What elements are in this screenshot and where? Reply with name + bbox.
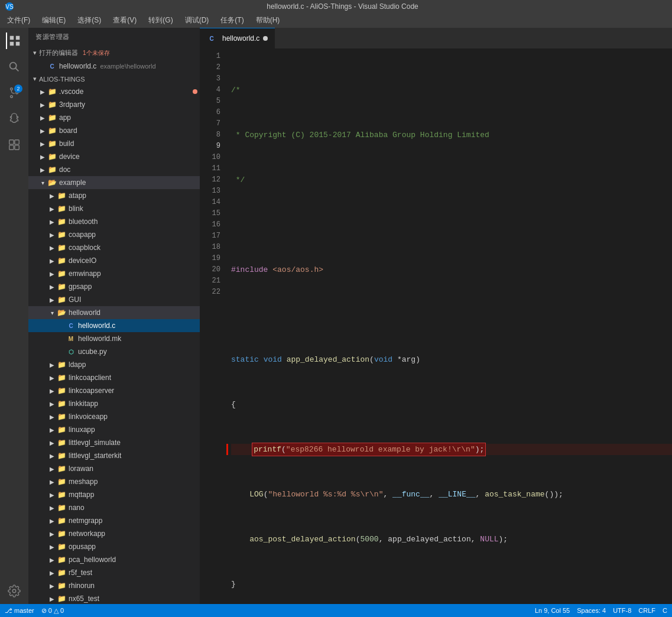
folder-name: build	[59, 139, 74, 148]
svg-rect-6	[9, 145, 14, 150]
code-line-10: LOG("helloworld %s:%d %s\r\n", __func__,…	[231, 489, 672, 500]
folder-name: deviceIO	[69, 256, 96, 265]
folder-icon: 📁	[57, 464, 66, 473]
folder-icon: 📁	[57, 269, 66, 278]
file-helloworld-c[interactable]: C helloworld.c	[28, 319, 200, 332]
sidebar-content[interactable]: ▾ 打开的编辑器 1个未保存 C helloworld.c example\he…	[28, 46, 200, 604]
folder-arrow: ▶	[47, 271, 57, 277]
folder-pca-helloworld[interactable]: ▶ 📁 pca_helloworld	[28, 553, 200, 566]
folder-vscode[interactable]: ▶ 📁 .vscode	[28, 85, 200, 98]
folder-name: helloworld	[69, 308, 100, 317]
folder-nano[interactable]: ▶ 📁 nano	[28, 501, 200, 514]
folder-name: blink	[69, 204, 83, 213]
unsaved-badge: 1个未保存	[83, 49, 110, 57]
status-position[interactable]: Ln 9, Col 55	[535, 607, 570, 614]
folder-arrow: ▶	[38, 141, 47, 147]
folder-name: example	[59, 178, 86, 187]
folder-device[interactable]: ▶ 📁 device	[28, 150, 200, 163]
folder-nx65-test[interactable]: ▶ 📁 nx65_test	[28, 592, 200, 604]
folder-rhinorun[interactable]: ▶ 📁 rhinorun	[28, 579, 200, 592]
folder-arrow: ▶	[47, 414, 57, 420]
code-editor[interactable]: 1 2 3 4 5 6 7 8 9 10 11 12 13 14 15 16 1…	[200, 48, 672, 604]
folder-mqttapp[interactable]: ▶ 📁 mqttapp	[28, 488, 200, 501]
menu-view[interactable]: 查看(V)	[108, 14, 141, 27]
folder-atapp[interactable]: ▶ 📁 atapp	[28, 189, 200, 202]
folder-linkkitapp[interactable]: ▶ 📁 linkkitapp	[28, 397, 200, 410]
file-name: ucube.py	[78, 348, 107, 356]
status-errors[interactable]: ⊘ 0 △ 0	[41, 607, 64, 615]
folder-3rdparty[interactable]: ▶ 📁 3rdparty	[28, 98, 200, 111]
folder-arrow: ▶	[47, 596, 57, 602]
folder-doc[interactable]: ▶ 📁 doc	[28, 163, 200, 176]
folder-app[interactable]: ▶ 📁 app	[28, 111, 200, 124]
folder-coapapp[interactable]: ▶ 📁 coapapp	[28, 228, 200, 241]
code-line-6	[231, 309, 672, 320]
folder-icon: 📁	[57, 386, 66, 395]
folder-icon: 📁	[57, 399, 66, 408]
status-encoding[interactable]: UTF-8	[613, 607, 631, 614]
menu-select[interactable]: 选择(S)	[73, 14, 106, 27]
menu-debug[interactable]: 调试(D)	[180, 14, 214, 27]
status-language[interactable]: C	[663, 607, 667, 614]
folder-networkapp[interactable]: ▶ 📁 networkapp	[28, 527, 200, 540]
code-content[interactable]: /* * Copyright (C) 2015-2017 Alibaba Gro…	[226, 48, 672, 604]
tab-helloworld-c[interactable]: C helloworld.c	[200, 28, 275, 48]
folder-linuxapp[interactable]: ▶ 📁 linuxapp	[28, 423, 200, 436]
folder-bluetooth[interactable]: ▶ 📁 bluetooth	[28, 215, 200, 228]
folder-arrow: ▶	[47, 284, 57, 290]
open-editors-header[interactable]: ▾ 打开的编辑器 1个未保存	[28, 46, 200, 60]
folder-opusapp[interactable]: ▶ 📁 opusapp	[28, 540, 200, 553]
folder-gpsapp[interactable]: ▶ 📁 gpsapp	[28, 280, 200, 293]
folder-board[interactable]: ▶ 📁 board	[28, 124, 200, 137]
folder-name: GUI	[69, 295, 81, 304]
app-icon: VS	[5, 2, 14, 11]
folder-name: networkapp	[69, 530, 105, 538]
folder-GUI[interactable]: ▶ 📁 GUI	[28, 293, 200, 306]
status-spaces[interactable]: Spaces: 4	[577, 607, 606, 614]
open-editors-arrow: ▾	[33, 49, 37, 57]
folder-linkcoapclient[interactable]: ▶ 📁 linkcoapclient	[28, 371, 200, 384]
project-header[interactable]: ▾ ALIOS-THINGS	[28, 73, 200, 85]
folder-linkcoapserver[interactable]: ▶ 📁 linkcoapserver	[28, 384, 200, 397]
activity-explorer[interactable]	[6, 33, 22, 49]
menu-goto[interactable]: 转到(G)	[144, 14, 177, 27]
open-editors-label: 打开的编辑器	[39, 48, 78, 57]
menu-edit[interactable]: 编辑(E)	[37, 14, 70, 27]
sidebar: 资源管理器 ▾ 打开的编辑器 1个未保存 C helloworld.c exam…	[28, 28, 200, 604]
folder-build[interactable]: ▶ 📁 build	[28, 137, 200, 150]
folder-blink[interactable]: ▶ 📁 blink	[28, 202, 200, 215]
folder-emwinapp[interactable]: ▶ 📁 emwinapp	[28, 267, 200, 280]
status-line-ending[interactable]: CRLF	[638, 607, 655, 614]
folder-meshapp[interactable]: ▶ 📁 meshapp	[28, 475, 200, 488]
file-ucube-py[interactable]: ⬡ ucube.py	[28, 345, 200, 358]
folder-linkvoiceapp[interactable]: ▶ 📁 linkvoiceapp	[28, 410, 200, 423]
folder-example[interactable]: ▾ 📂 example	[28, 176, 200, 189]
folder-arrow: ▶	[47, 362, 57, 368]
folder-littlevgl-simulate[interactable]: ▶ 📁 littlevgl_simulate	[28, 436, 200, 449]
activity-search[interactable]	[6, 59, 22, 75]
folder-arrow: ▶	[47, 427, 57, 433]
activity-debug[interactable]	[6, 111, 22, 127]
open-file-item[interactable]: C helloworld.c example\helloworld	[28, 60, 200, 73]
folder-netmgrapp[interactable]: ▶ 📁 netmgrapp	[28, 514, 200, 527]
menu-help[interactable]: 帮助(H)	[251, 14, 285, 27]
folder-lorawan[interactable]: ▶ 📁 lorawan	[28, 462, 200, 475]
menu-task[interactable]: 任务(T)	[216, 14, 248, 27]
folder-littlevgl-starterkit[interactable]: ▶ 📁 littlevgl_starterkit	[28, 449, 200, 462]
activity-scm[interactable]: 2	[6, 85, 22, 101]
folder-arrow: ▶	[38, 89, 47, 95]
folder-arrow: ▶	[47, 375, 57, 381]
file-helloworld-mk[interactable]: M helloworld.mk	[28, 332, 200, 345]
activity-settings[interactable]	[6, 583, 22, 599]
status-branch[interactable]: ⎇ master	[5, 607, 34, 615]
folder-ldapp[interactable]: ▶ 📁 ldapp	[28, 358, 200, 371]
folder-helloworld[interactable]: ▾ 📂 helloworld	[28, 306, 200, 319]
folder-arrow: ▶	[47, 193, 57, 199]
menu-file[interactable]: 文件(F)	[2, 14, 35, 27]
folder-r5f-test[interactable]: ▶ 📁 r5f_test	[28, 566, 200, 579]
code-line-7: static void app_delayed_action(void *arg…	[231, 354, 672, 365]
folder-arrow: ▶	[47, 531, 57, 537]
folder-coapblock[interactable]: ▶ 📁 coapblock	[28, 241, 200, 254]
folder-deviceIO[interactable]: ▶ 📁 deviceIO	[28, 254, 200, 267]
activity-extensions[interactable]	[6, 137, 22, 153]
